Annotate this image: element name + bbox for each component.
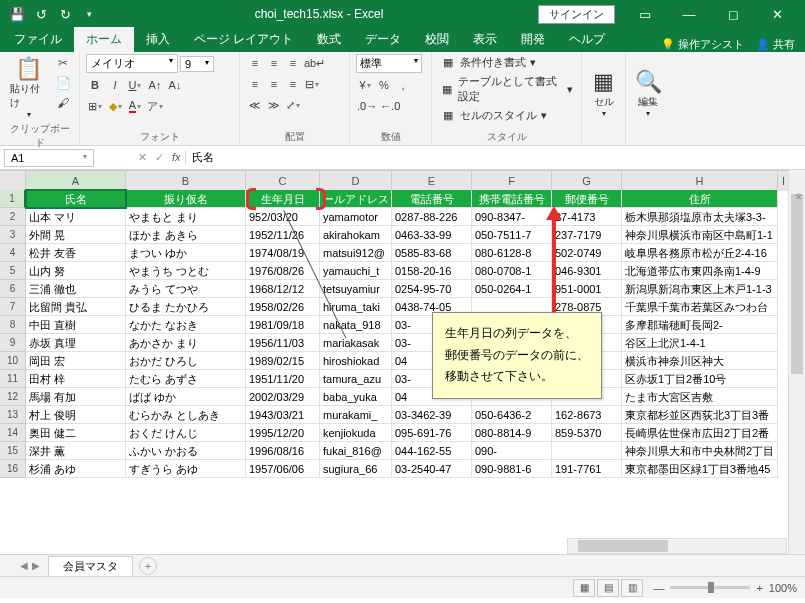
data-cell[interactable]: 東京都杉並区西荻北3丁目3番 — [622, 406, 778, 424]
autosave-icon[interactable]: 💾 — [6, 3, 28, 25]
qat-dropdown-icon[interactable]: ▾ — [78, 3, 100, 25]
view-pagebreak-button[interactable]: ▥ — [621, 579, 643, 597]
select-all-corner[interactable] — [0, 171, 26, 191]
header-cell[interactable]: 氏名 — [26, 190, 126, 208]
row-header[interactable]: 16 — [0, 460, 26, 478]
row-header[interactable]: 2 — [0, 208, 26, 226]
column-collapse-handle[interactable]: ※ — [795, 191, 803, 201]
header-cell[interactable]: 住所 — [622, 190, 778, 208]
data-cell[interactable]: 080-6128-8 — [472, 244, 552, 262]
data-cell[interactable]: 050-7511-7 — [472, 226, 552, 244]
data-cell[interactable]: murakami_ — [320, 406, 392, 424]
data-cell[interactable]: 新潟県新潟市東区上木戸1-1-3 — [622, 280, 778, 298]
data-cell[interactable]: 山本 マリ — [26, 208, 126, 226]
maximize-button[interactable]: ◻ — [711, 0, 755, 28]
data-cell[interactable]: 1951/11/20 — [246, 370, 320, 388]
horizontal-scrollbar[interactable] — [567, 538, 787, 554]
data-cell[interactable]: 191-7761 — [552, 460, 622, 478]
data-cell[interactable]: 杉浦 あゆ — [26, 460, 126, 478]
header-cell[interactable]: 電話番号 — [392, 190, 472, 208]
data-cell[interactable]: 080-0708-1 — [472, 262, 552, 280]
fx-icon[interactable]: fx — [172, 151, 181, 164]
data-cell[interactable]: 162-8673 — [552, 406, 622, 424]
data-cell[interactable]: hiroshiokad — [320, 352, 392, 370]
font-size-select[interactable]: 9▾ — [180, 56, 214, 72]
number-format-select[interactable]: 標準▾ — [356, 54, 422, 73]
cell-styles-button[interactable]: ▦セルのスタイル ▾ — [438, 107, 549, 124]
data-cell[interactable]: 0585-83-68 — [392, 244, 472, 262]
data-cell[interactable]: 多摩郡瑞穂町長岡2- — [622, 316, 778, 334]
data-cell[interactable]: ひるま たかひろ — [126, 298, 246, 316]
row-header[interactable]: 5 — [0, 262, 26, 280]
signin-button[interactable]: サインイン — [538, 5, 615, 24]
data-cell[interactable]: ばば ゆか — [126, 388, 246, 406]
decrease-indent-button[interactable]: ≪ — [246, 96, 264, 114]
zoom-slider[interactable] — [670, 586, 750, 589]
tab-formulas[interactable]: 数式 — [305, 27, 353, 52]
conditional-formatting-button[interactable]: ▦条件付き書式 ▾ — [438, 54, 538, 71]
tab-help[interactable]: ヘルプ — [557, 27, 617, 52]
row-header[interactable]: 11 — [0, 370, 26, 388]
borders-button[interactable]: ⊞▾ — [86, 97, 104, 115]
share-button[interactable]: 👤 共有 — [756, 37, 795, 52]
row-header[interactable]: 8 — [0, 316, 26, 334]
data-cell[interactable]: 090- — [472, 442, 552, 460]
font-color-button[interactable]: A▾ — [126, 97, 144, 115]
data-cell[interactable]: 長崎県佐世保市広田2丁目2番 — [622, 424, 778, 442]
data-cell[interactable]: 03-3462-39 — [392, 406, 472, 424]
formula-input[interactable]: 氏名 — [186, 148, 805, 167]
row-header[interactable]: 10 — [0, 352, 26, 370]
data-cell[interactable]: 中田 直樹 — [26, 316, 126, 334]
bold-button[interactable]: B — [86, 76, 104, 94]
paste-button[interactable]: 📋 貼り付け ▾ — [6, 54, 51, 121]
data-cell[interactable]: 1943/03/21 — [246, 406, 320, 424]
data-cell[interactable]: 田村 梓 — [26, 370, 126, 388]
minimize-button[interactable]: — — [667, 0, 711, 28]
save-icon[interactable]: ↺ — [30, 3, 52, 25]
data-cell[interactable]: 岐阜県各務原市松が丘2-4-16 — [622, 244, 778, 262]
data-cell[interactable] — [552, 442, 622, 460]
data-cell[interactable]: ふかい かおる — [126, 442, 246, 460]
data-cell[interactable]: 村上 俊明 — [26, 406, 126, 424]
data-cell[interactable]: fukai_816@ — [320, 442, 392, 460]
data-cell[interactable]: 岡田 宏 — [26, 352, 126, 370]
data-cell[interactable]: 502-0749 — [552, 244, 622, 262]
column-header[interactable]: F — [472, 171, 552, 191]
column-header[interactable]: G — [552, 171, 622, 191]
fill-color-button[interactable]: ◆▾ — [106, 97, 124, 115]
column-header[interactable]: C — [246, 171, 320, 191]
data-cell[interactable]: 北海道帯広市東四条南1-4-9 — [622, 262, 778, 280]
tab-data[interactable]: データ — [353, 27, 413, 52]
data-cell[interactable]: たま市大宮区吉敷 — [622, 388, 778, 406]
data-cell[interactable]: 1981/09/18 — [246, 316, 320, 334]
data-cell[interactable]: なかた なおき — [126, 316, 246, 334]
data-cell[interactable]: すぎうら あゆ — [126, 460, 246, 478]
data-cell[interactable]: nakata_918 — [320, 316, 392, 334]
enter-formula-icon[interactable]: ✓ — [155, 151, 164, 164]
tab-pagelayout[interactable]: ページ レイアウト — [182, 27, 305, 52]
tab-developer[interactable]: 開発 — [509, 27, 557, 52]
format-painter-button[interactable]: 🖌 — [53, 94, 73, 112]
data-cell[interactable]: 1995/12/20 — [246, 424, 320, 442]
data-cell[interactable]: 03-2540-47 — [392, 460, 472, 478]
view-pagelayout-button[interactable]: ▤ — [597, 579, 619, 597]
header-cell[interactable]: 振り仮名 — [126, 190, 246, 208]
row-header[interactable]: 13 — [0, 406, 26, 424]
zoom-in-button[interactable]: + — [756, 582, 762, 594]
data-cell[interactable]: 090-9881-6 — [472, 460, 552, 478]
data-cell[interactable]: tetsuyamiur — [320, 280, 392, 298]
data-cell[interactable]: akirahokam — [320, 226, 392, 244]
align-center-button[interactable]: ≡ — [265, 75, 283, 93]
row-header[interactable]: 14 — [0, 424, 26, 442]
row-header[interactable]: 7 — [0, 298, 26, 316]
add-sheet-button[interactable]: + — [139, 557, 157, 575]
view-normal-button[interactable]: ▦ — [573, 579, 595, 597]
tab-review[interactable]: 校閲 — [413, 27, 461, 52]
tab-file[interactable]: ファイル — [2, 27, 74, 52]
data-cell[interactable]: 1974/08/19 — [246, 244, 320, 262]
data-cell[interactable]: 三浦 徹也 — [26, 280, 126, 298]
header-cell[interactable]: 郵便番号 — [552, 190, 622, 208]
data-cell[interactable]: 050-0264-1 — [472, 280, 552, 298]
data-cell[interactable]: 044-162-55 — [392, 442, 472, 460]
vertical-scrollbar[interactable] — [788, 170, 805, 554]
